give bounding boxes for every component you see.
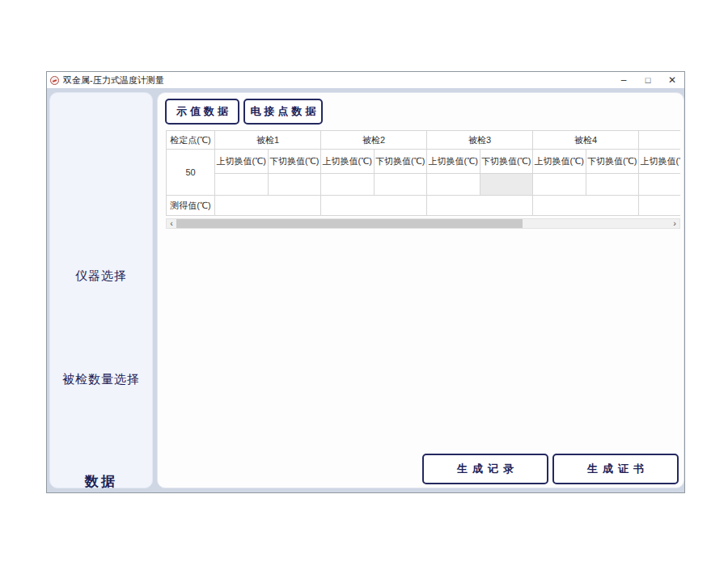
- data-cell[interactable]: [639, 174, 681, 196]
- scroll-left-button[interactable]: ‹: [167, 219, 176, 228]
- tab-contact-point-data[interactable]: 电接点数据: [243, 99, 323, 125]
- sub-header-cell: 下切换值(℃): [374, 150, 427, 174]
- table-viewport: 检定点(℃) 被检1 被检2 被检3 被检4 被检5 50 上切换值(℃) 下切…: [166, 130, 680, 217]
- group-header-cell: 被检2: [321, 131, 427, 150]
- measured-value-cell[interactable]: [215, 196, 321, 216]
- sub-header-row: 50 上切换值(℃) 下切换值(℃) 上切换值(℃) 下切换值(℃) 上切换值(…: [167, 150, 681, 174]
- scrollbar-track[interactable]: [176, 219, 670, 228]
- generate-certificate-button[interactable]: 生成证书: [552, 454, 679, 484]
- sub-header-cell: 上切换值(℃): [321, 150, 375, 174]
- group-header-row: 检定点(℃) 被检1 被检2 被检3 被检4 被检5: [167, 131, 681, 150]
- sidebar-item-instrument-select[interactable]: 仪器选择: [50, 268, 152, 284]
- data-cell[interactable]: [533, 174, 586, 196]
- close-button[interactable]: ✕: [660, 72, 684, 88]
- minimize-button[interactable]: –: [612, 72, 636, 88]
- app-icon: [50, 76, 59, 85]
- corner-header-cell: 检定点(℃): [167, 131, 215, 150]
- selected-cell[interactable]: [480, 174, 533, 196]
- scroll-left-icon: ‹: [170, 219, 173, 228]
- switch-value-row: [167, 174, 681, 196]
- sub-header-cell: 下切换值(℃): [586, 150, 639, 174]
- measured-value-cell[interactable]: [639, 196, 681, 216]
- data-cell[interactable]: [321, 174, 375, 196]
- measured-value-row: 测得值(℃): [167, 196, 681, 216]
- sub-header-cell: 上切换值(℃): [427, 150, 480, 174]
- measured-value-cell[interactable]: [427, 196, 533, 216]
- sub-header-cell: 上切换值(℃): [639, 150, 681, 174]
- sub-header-cell: 上切换值(℃): [215, 150, 269, 174]
- group-header-cell: 被检1: [215, 131, 321, 150]
- window-title: 双金属-压力式温度计测量: [63, 74, 164, 87]
- main-panel: 示值数据 电接点数据 检定点(℃) 被检1 被: [157, 92, 684, 488]
- sub-header-cell: 下切换值(℃): [268, 150, 321, 174]
- data-table: 检定点(℃) 被检1 被检2 被检3 被检4 被检5 50 上切换值(℃) 下切…: [166, 130, 680, 216]
- sidebar: 仪器选择 被检数量选择 数据: [49, 92, 153, 488]
- group-header-cell: 被检4: [533, 131, 639, 150]
- horizontal-scrollbar: ‹ ›: [166, 218, 680, 229]
- measured-value-cell[interactable]: [321, 196, 427, 216]
- scroll-right-button[interactable]: ›: [670, 219, 679, 228]
- data-cell[interactable]: [374, 174, 427, 196]
- data-cell[interactable]: [586, 174, 639, 196]
- data-cell[interactable]: [427, 174, 480, 196]
- window-controls: – □ ✕: [612, 72, 684, 88]
- point-value-cell: 50: [167, 150, 215, 196]
- desktop: 双金属-压力式温度计测量 – □ ✕ 仪器选择 被检数量选择 数据 示值数据 电…: [0, 0, 728, 566]
- scroll-right-icon: ›: [673, 219, 676, 228]
- sidebar-item-data[interactable]: 数据: [50, 472, 152, 491]
- title-bar[interactable]: 双金属-压力式温度计测量 – □ ✕: [47, 72, 684, 88]
- sub-header-cell: 下切换值(℃): [480, 150, 533, 174]
- sidebar-item-quantity-select[interactable]: 被检数量选择: [50, 372, 152, 387]
- tab-indication-data[interactable]: 示值数据: [165, 99, 239, 125]
- data-cell[interactable]: [215, 174, 269, 196]
- group-header-cell: 被检3: [427, 131, 533, 150]
- maximize-button[interactable]: □: [636, 72, 660, 88]
- data-cell[interactable]: [268, 174, 321, 196]
- app-window: 双金属-压力式温度计测量 – □ ✕ 仪器选择 被检数量选择 数据 示值数据 电…: [46, 71, 685, 493]
- measured-label-cell: 测得值(℃): [167, 196, 215, 216]
- scrollbar-thumb[interactable]: [176, 219, 523, 228]
- sub-header-cell: 上切换值(℃): [533, 150, 586, 174]
- group-header-cell: 被检5: [639, 131, 681, 150]
- measured-value-cell[interactable]: [533, 196, 639, 216]
- generate-record-button[interactable]: 生成记录: [422, 454, 548, 484]
